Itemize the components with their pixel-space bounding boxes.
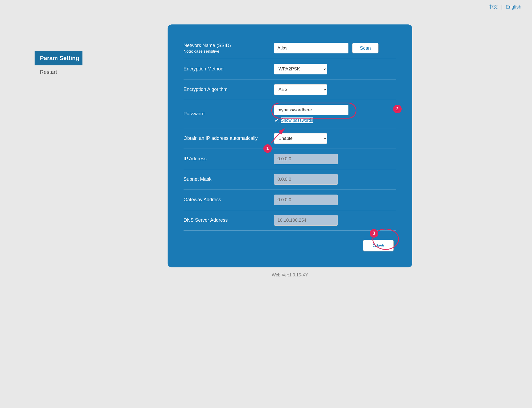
encryption-method-row: Encryption Method WPA2PSK WPA WEP None	[184, 59, 396, 79]
show-password-checkbox[interactable]	[274, 118, 279, 123]
save-button[interactable]: Save	[363, 240, 394, 251]
ip-auto-row: Obtain an IP address automatically Enabl…	[184, 128, 396, 149]
ip-address-row: IP Address	[184, 149, 396, 169]
save-row: 3 Save	[184, 233, 396, 251]
footer: Web Ver:1.0.15-XY	[267, 267, 314, 283]
version-text: Web Ver:1.0.15-XY	[272, 273, 308, 277]
password-label: Password	[184, 111, 274, 117]
show-password-label[interactable]: Show passwords	[281, 117, 313, 123]
dns-input	[274, 215, 338, 226]
top-bar: 中文 | English	[0, 0, 532, 14]
lang-chinese[interactable]: 中文	[488, 4, 498, 10]
ssid-input[interactable]	[274, 43, 348, 53]
ssid-row: Network Name (SSID) Note: case sensitive…	[184, 38, 396, 59]
settings-card: Network Name (SSID) Note: case sensitive…	[168, 24, 412, 267]
password-container: Show passwords	[274, 105, 396, 123]
sidebar: Param Setting Restart	[35, 14, 82, 408]
gateway-row: Gateway Address	[184, 190, 396, 210]
dns-row: DNS Server Address	[184, 210, 396, 231]
show-password-row: Show passwords	[274, 117, 396, 123]
main-content: Network Name (SSID) Note: case sensitive…	[82, 14, 497, 408]
sidebar-item-restart[interactable]: Restart	[35, 65, 82, 79]
password-row: Password Show passwords 2	[184, 100, 396, 128]
encryption-method-select[interactable]: WPA2PSK WPA WEP None	[274, 64, 327, 74]
lang-english[interactable]: English	[506, 4, 521, 10]
ip-address-input	[274, 154, 338, 164]
dns-label: DNS Server Address	[184, 217, 274, 223]
lang-separator: |	[501, 4, 502, 10]
ip-auto-label: Obtain an IP address automatically	[184, 135, 274, 141]
annotation-3: 3	[370, 229, 378, 238]
annotation-2: 2	[393, 105, 402, 113]
sidebar-item-param[interactable]: Param Setting	[35, 51, 82, 65]
subnet-mask-row: Subnet Mask	[184, 169, 396, 190]
subnet-mask-input	[274, 174, 338, 185]
arrow-annotation-1	[266, 125, 293, 146]
page-layout: Param Setting Restart Network Name (SSID…	[27, 14, 505, 408]
password-input[interactable]	[274, 105, 348, 115]
gateway-input	[274, 195, 338, 205]
gateway-label: Gateway Address	[184, 197, 274, 203]
encryption-algorithm-select[interactable]: AES TKIP	[274, 84, 327, 95]
ssid-label: Network Name (SSID) Note: case sensitive	[184, 43, 274, 54]
encryption-algorithm-label: Encryption Algorithm	[184, 86, 274, 92]
encryption-method-label: Encryption Method	[184, 66, 274, 72]
scan-button[interactable]: Scan	[352, 43, 379, 53]
ip-address-label: IP Address	[184, 156, 274, 162]
encryption-algorithm-row: Encryption Algorithm AES TKIP	[184, 79, 396, 100]
subnet-mask-label: Subnet Mask	[184, 176, 274, 182]
